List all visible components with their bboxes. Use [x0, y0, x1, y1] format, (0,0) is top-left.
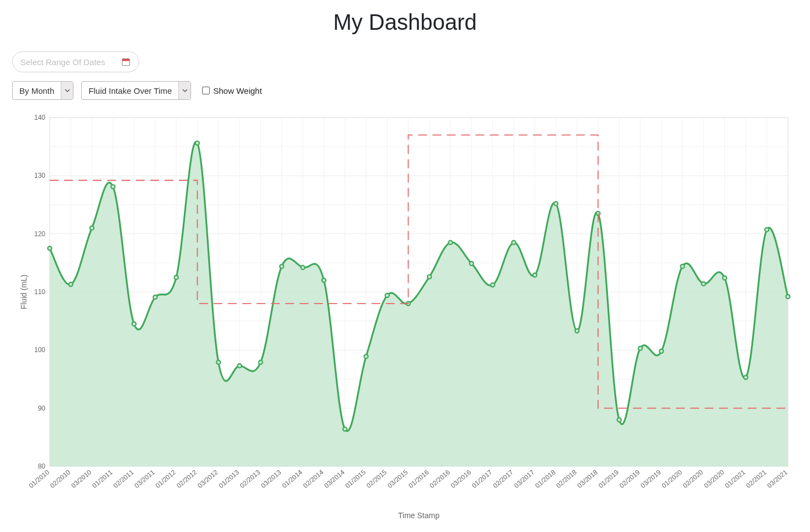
data-point [491, 283, 495, 287]
x-tick-label: 03/2020 [702, 468, 726, 490]
svg-rect-1 [122, 59, 130, 61]
x-tick-label: 01/2015 [344, 468, 367, 490]
data-point [448, 241, 452, 244]
x-tick-label: 02/2014 [301, 468, 325, 490]
date-range-input[interactable]: Select Range Of Dates [12, 51, 139, 72]
metric-select[interactable]: Fluid Intake Over Time [81, 81, 191, 100]
data-point [111, 185, 115, 189]
x-tick-label: 02/2020 [681, 468, 705, 490]
metric-select-label: Fluid Intake Over Time [82, 86, 178, 95]
x-tick-label: 03/2011 [133, 468, 156, 490]
granularity-select[interactable]: By Month [12, 81, 73, 100]
data-point [702, 282, 706, 286]
granularity-select-label: By Month [13, 86, 61, 95]
data-point [554, 201, 558, 205]
calendar-icon [121, 57, 131, 67]
x-tick-label: 03/2021 [766, 468, 789, 490]
x-tick-label: 03/2015 [386, 468, 409, 490]
data-point [280, 264, 284, 268]
data-point [90, 226, 94, 230]
data-point [364, 354, 368, 358]
data-point [575, 329, 579, 333]
data-point [512, 241, 516, 244]
x-tick-label: 01/2019 [597, 468, 620, 490]
data-point [343, 427, 347, 431]
x-tick-label: 02/2018 [555, 468, 578, 490]
x-tick-label: 02/2010 [49, 468, 72, 490]
chevron-down-icon [61, 82, 73, 99]
date-range-placeholder: Select Range Of Dates [20, 57, 105, 67]
x-tick-label: 02/2012 [175, 468, 198, 490]
x-tick-label: 01/2013 [217, 468, 240, 490]
data-point [174, 275, 178, 279]
x-tick-label: 03/2018 [576, 468, 599, 490]
data-point [786, 295, 790, 299]
x-tick-label: 03/2016 [449, 468, 473, 490]
x-tick-label: 01/2016 [407, 468, 430, 490]
x-tick-label: 01/2010 [28, 468, 51, 490]
x-tick-label: 01/2011 [91, 468, 114, 490]
data-point [680, 264, 684, 268]
chevron-down-icon [178, 82, 190, 99]
x-tick-label: 02/2021 [744, 468, 767, 490]
x-tick-label: 02/2017 [491, 468, 515, 490]
svg-text:120: 120 [34, 230, 45, 238]
x-tick-label: 01/2020 [660, 468, 684, 490]
data-point [723, 276, 727, 280]
x-tick-label: 02/2015 [365, 468, 388, 490]
checkbox-box [202, 87, 210, 94]
x-tick-label: 01/2017 [470, 468, 494, 490]
data-point [427, 275, 431, 279]
show-weight-checkbox[interactable]: Show Weight [202, 86, 262, 95]
data-point [69, 283, 73, 286]
data-point [638, 347, 642, 350]
x-tick-label: 03/2013 [260, 468, 283, 490]
x-tick-label: 02/2019 [618, 468, 641, 490]
x-tick-label: 03/2014 [322, 468, 346, 490]
data-point [659, 349, 663, 353]
data-point [385, 294, 389, 297]
data-point [301, 265, 305, 269]
svg-text:130: 130 [34, 172, 45, 179]
data-point [533, 273, 537, 277]
x-tick-label: 03/2017 [512, 468, 536, 490]
svg-text:90: 90 [38, 405, 46, 412]
x-axis-title: Time Stamp [398, 511, 440, 520]
svg-text:140: 140 [34, 114, 45, 121]
x-tick-label: 01/2014 [280, 468, 304, 490]
x-tick-label: 01/2018 [533, 468, 557, 490]
data-point [322, 278, 326, 282]
x-tick-label: 03/2019 [639, 468, 662, 490]
data-point [765, 228, 769, 232]
data-point [744, 375, 748, 379]
data-point [237, 364, 241, 368]
svg-rect-2 [124, 58, 125, 60]
x-tick-label: 02/2011 [112, 468, 135, 490]
data-point [47, 246, 51, 250]
y-axis-title: Fluid (mL) [19, 274, 28, 309]
x-tick-label: 03/2010 [70, 468, 93, 490]
data-point [258, 360, 262, 364]
svg-text:100: 100 [34, 346, 45, 354]
svg-text:110: 110 [34, 288, 45, 296]
data-point [153, 295, 157, 299]
checkbox-label: Show Weight [213, 86, 262, 95]
x-tick-label: 03/2012 [196, 468, 219, 490]
data-point [469, 262, 473, 265]
x-tick-label: 02/2016 [428, 468, 451, 490]
svg-rect-3 [128, 58, 129, 60]
x-tick-label: 01/2021 [723, 468, 747, 490]
data-point [617, 418, 621, 422]
x-tick-label: 02/2013 [239, 468, 262, 490]
chart: 809010011012013014001/201002/201003/2010… [17, 113, 793, 522]
data-point [216, 360, 220, 364]
data-point [132, 322, 136, 326]
data-point [195, 141, 199, 145]
page-title: My Dashboard [0, 10, 810, 35]
x-tick-label: 01/2012 [154, 468, 177, 490]
